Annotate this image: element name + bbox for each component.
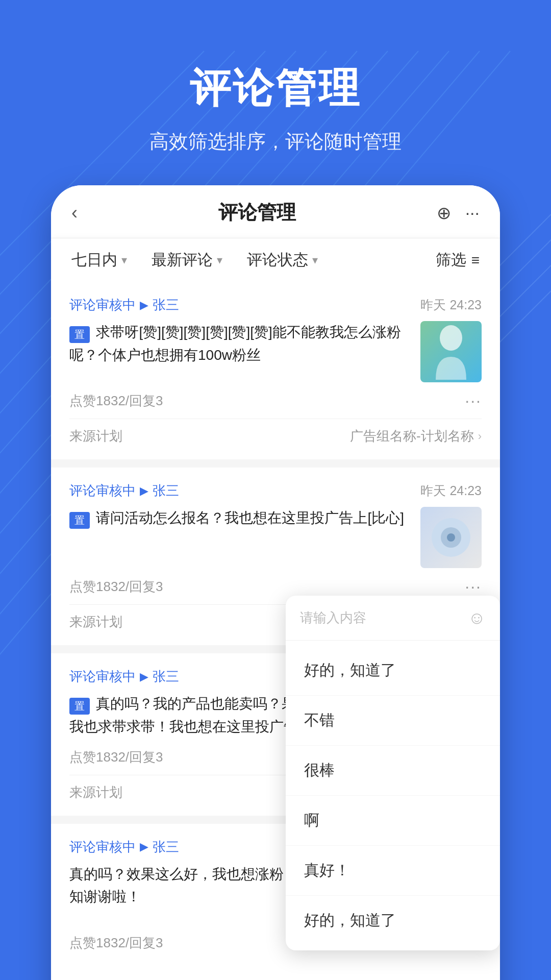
reply-input-placeholder[interactable]: 请输入内容 [300,609,468,627]
comment-meta: 评论审核中 ▶ 张三 昨天 24:23 [69,296,482,314]
source-link[interactable]: 广告组名称-计划名称 › [350,427,482,445]
comment-text-area: 置 请问活动怎么报名？我也想在这里投广告上[比心] [69,507,410,530]
quick-reply-item[interactable]: 好的，知道了 [286,646,500,696]
more-options-btn[interactable]: ··· [465,391,482,410]
comment-list: 评论审核中 ▶ 张三 昨天 24:23 置 求带呀[赞][赞][赞][赞][赞]… [51,282,500,980]
quick-items: 好的，知道了 不错 很棒 啊 真好！ 好的，知道了 [286,641,500,950]
quick-reply-popup: 请输入内容 ☺ 好的，知道了 不错 很棒 啊 真好！ 好的，知道了 [286,596,500,950]
comment-status: 评论审核中 ▶ 张三 [69,482,179,500]
quick-reply-item[interactable]: 啊 [286,796,500,846]
comment-status: 评论审核中 ▶ 张三 [69,296,179,314]
filter-bar: 七日内 ▾ 最新评论 ▾ 评论状态 ▾ 筛选 ≡ [51,238,500,282]
phone-frame: ‹ 评论管理 ⊕ ··· 七日内 ▾ 最新评论 ▾ 评论状态 ▾ 筛选 [51,185,500,980]
filter-status[interactable]: 评论状态 ▾ [247,250,318,271]
comment-text-area: 置 求带呀[赞][赞][赞][赞][赞][赞]能不能教我怎么涨粉呢？个体户也想拥… [69,321,410,367]
arrow-icon: ▶ [140,840,148,853]
quick-reply-item[interactable]: 真好！ [286,846,500,896]
comment-badge: 置 [69,512,90,529]
comment-badge: 置 [69,326,90,343]
chevron-down-icon: ▾ [121,254,127,267]
comment-image [420,321,482,382]
filter-icon: ≡ [471,252,480,268]
chevron-down-icon: ▾ [312,254,318,267]
comment-badge: 置 [69,698,90,715]
hero-subtitle: 高效筛选排序，评论随时管理 [0,129,551,155]
filter-seven-days[interactable]: 七日内 ▾ [71,250,127,271]
quick-reply-item[interactable]: 很棒 [286,746,500,796]
comment-card: 评论审核中 ▶ 张三 昨天 24:23 置 求带呀[赞][赞][赞][赞][赞]… [51,282,500,459]
emoji-icon[interactable]: ☺ [468,608,486,628]
comment-image [420,507,482,568]
header-icons: ⊕ ··· [437,203,480,223]
quick-reply-item[interactable]: 不错 [286,696,500,746]
more-icon[interactable]: ··· [465,203,480,223]
chevron-right-icon: › [478,430,482,443]
comment-status: 评论审核中 ▶ 张三 [69,668,179,685]
comment-content-row: 置 请问活动怎么报名？我也想在这里投广告上[比心] [69,507,482,568]
stats-row: 点赞1832/回复3 ··· [69,391,482,410]
comment-status: 评论审核中 ▶ 张三 [69,838,179,856]
hero-title: 评论管理 [0,61,551,116]
svg-point-18 [447,533,455,542]
phone-header: ‹ 评论管理 ⊕ ··· [51,185,500,238]
back-icon[interactable]: ‹ [71,202,78,224]
arrow-icon: ▶ [140,670,148,683]
arrow-icon: ▶ [140,299,148,312]
source-row: 来源计划 广告组名称-计划名称 › [69,419,482,445]
phone-mockup: ‹ 评论管理 ⊕ ··· 七日内 ▾ 最新评论 ▾ 评论状态 ▾ 筛选 [51,185,500,980]
comment-content-row: 置 求带呀[赞][赞][赞][赞][赞][赞]能不能教我怎么涨粉呢？个体户也想拥… [69,321,482,382]
hero-section: 评论管理 高效筛选排序，评论随时管理 [0,0,551,185]
more-options-btn[interactable]: ··· [465,577,482,596]
svg-point-15 [440,325,462,351]
phone-title: 评论管理 [218,200,296,226]
filter-latest[interactable]: 最新评论 ▾ [152,250,222,271]
comment-meta: 评论审核中 ▶ 张三 昨天 24:23 [69,482,482,500]
filter-advanced[interactable]: 筛选 ≡ [436,250,480,271]
chevron-down-icon: ▾ [217,254,222,267]
search-icon[interactable]: ⊕ [437,203,451,223]
arrow-icon: ▶ [140,484,148,498]
quick-reply-item[interactable]: 好的，知道了 [286,896,500,945]
reply-input-row: 请输入内容 ☺ [286,596,500,641]
stats-row: 点赞1832/回复3 ··· [69,577,482,596]
